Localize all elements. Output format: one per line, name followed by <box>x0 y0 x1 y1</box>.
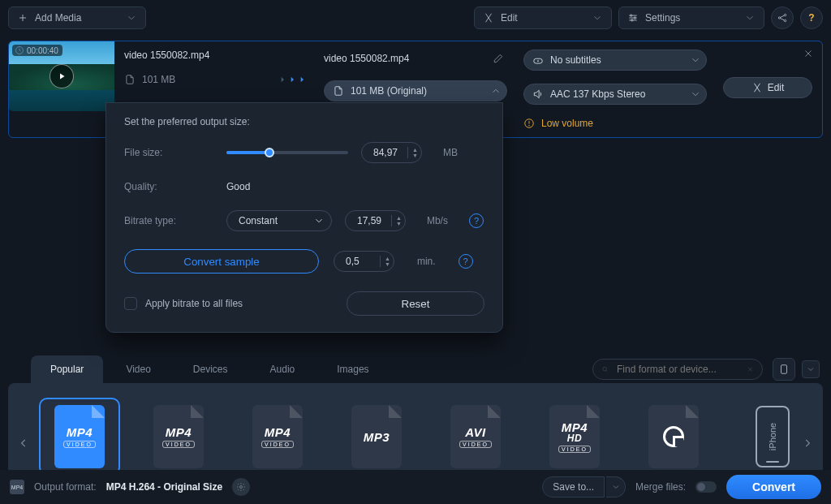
filesize-stepper[interactable]: ▲▼ <box>407 147 418 158</box>
file-icon <box>333 85 344 97</box>
svg-point-10 <box>529 125 530 126</box>
tab-devices[interactable]: Devices <box>174 355 248 383</box>
bitrate-type-select[interactable]: Constant <box>226 210 332 231</box>
chevron-right-icon <box>802 437 813 449</box>
convert-sample-button[interactable]: Convert sample <box>124 249 319 274</box>
tiles-prev-button[interactable] <box>18 437 29 452</box>
audio-select[interactable]: AAC 137 Kbps Stereo <box>523 84 707 105</box>
rename-button[interactable] <box>489 50 507 67</box>
low-volume-warning: Low volume <box>523 118 707 129</box>
svg-point-11 <box>603 367 607 371</box>
share-button[interactable] <box>771 6 794 29</box>
pencil-icon <box>493 53 504 64</box>
sample-help-icon[interactable]: ? <box>459 254 473 269</box>
output-size-chip[interactable]: 101 MB (Original) <box>324 80 507 101</box>
bitrate-help-icon[interactable]: ? <box>469 213 484 228</box>
filesize-input[interactable]: ▲▼ <box>361 142 422 163</box>
chevron-down-icon <box>690 88 701 100</box>
chevron-left-icon <box>18 437 29 449</box>
chevron-down-icon <box>806 364 816 374</box>
help-button[interactable]: ? <box>800 6 823 29</box>
input-size: 101 MB <box>142 74 175 85</box>
output-size-popover: Set the preferred output size: File size… <box>105 102 503 333</box>
svg-point-8 <box>537 61 538 62</box>
duration-badge: 00:00:40 <box>12 45 62 56</box>
subtitles-select[interactable]: No subtitles <box>523 50 707 71</box>
add-media-button[interactable]: Add Media <box>8 6 146 29</box>
bitrate-unit: Mb/s <box>427 215 448 226</box>
tab-popular[interactable]: Popular <box>31 355 103 383</box>
format-search[interactable] <box>592 359 763 380</box>
merge-files-toggle[interactable] <box>695 481 717 493</box>
svg-point-13 <box>240 486 243 489</box>
play-icon <box>57 71 67 81</box>
apply-all-label: Apply bitrate to all files <box>145 298 345 309</box>
tab-images[interactable]: Images <box>317 355 388 383</box>
settings-label: Settings <box>645 12 680 24</box>
svg-rect-12 <box>781 365 787 374</box>
filesize-unit: MB <box>443 147 458 158</box>
convert-arrow-icon <box>280 75 308 84</box>
quality-label: Quality: <box>124 181 213 192</box>
chevron-down-icon <box>592 12 603 24</box>
search-icon <box>601 364 609 374</box>
tab-video[interactable]: Video <box>106 355 170 383</box>
convert-button[interactable]: Convert <box>726 475 821 499</box>
bitrate-type-label: Bitrate type: <box>124 215 213 226</box>
sample-length-stepper[interactable]: ▲▼ <box>380 256 390 267</box>
merge-files-label: Merge files: <box>635 481 686 493</box>
file-icon <box>124 74 136 85</box>
svg-point-4 <box>784 14 786 15</box>
output-format-label: Output format: <box>34 481 97 493</box>
output-format-settings-button[interactable] <box>232 478 250 496</box>
warning-icon <box>523 118 535 129</box>
bottom-bar: MP4 Output format: MP4 H.264 - Original … <box>0 470 831 504</box>
input-filename: video 1550082.mp4 <box>124 50 308 61</box>
question-icon: ? <box>808 12 814 24</box>
tools-icon <box>751 82 763 93</box>
video-thumbnail[interactable]: 00:00:40 <box>9 41 114 111</box>
edit-dropdown[interactable]: Edit <box>474 6 612 29</box>
svg-point-3 <box>778 17 780 19</box>
bitrate-input[interactable]: ▲▼ <box>345 210 406 231</box>
save-to-button[interactable]: Save to... <box>542 476 626 498</box>
output-filename: video 1550082.mp4 <box>324 53 483 64</box>
edit-file-button[interactable]: Edit <box>723 77 812 98</box>
reset-button[interactable]: Reset <box>347 291 484 316</box>
apply-all-checkbox[interactable] <box>124 297 137 310</box>
chevron-down-icon <box>313 215 325 226</box>
sample-length-input[interactable]: ▲▼ <box>334 251 394 272</box>
output-format-icon: MP4 <box>10 480 24 494</box>
clear-search-icon[interactable] <box>747 364 754 374</box>
settings-dropdown[interactable]: Settings <box>618 6 764 29</box>
chevron-down-icon <box>126 12 137 24</box>
tab-audio[interactable]: Audio <box>251 355 315 383</box>
popover-title: Set the preferred output size: <box>124 116 484 127</box>
clock-icon <box>15 45 24 55</box>
tools-icon <box>483 12 494 24</box>
chevron-down-icon <box>690 54 701 66</box>
subtitles-icon <box>532 54 544 66</box>
chevron-up-icon <box>490 85 502 97</box>
play-button[interactable] <box>50 64 74 88</box>
quality-value: Good <box>226 181 250 192</box>
format-search-input[interactable] <box>615 363 740 376</box>
sample-length-unit: min. <box>417 256 436 267</box>
chevron-down-icon <box>611 482 621 492</box>
collapse-panel-button[interactable] <box>802 360 820 378</box>
devices-view-button[interactable] <box>773 358 795 381</box>
speaker-icon <box>532 88 544 100</box>
output-format-value: MP4 H.264 - Original Size <box>106 481 222 493</box>
bitrate-stepper[interactable]: ▲▼ <box>391 215 402 226</box>
filesize-slider[interactable] <box>226 146 348 159</box>
close-icon <box>803 48 814 59</box>
plus-icon <box>17 12 28 24</box>
tiles-next-button[interactable] <box>802 437 813 452</box>
edit-label: Edit <box>501 12 518 24</box>
top-toolbar: Add Media Edit Settings ? <box>0 0 831 36</box>
device-icon <box>778 364 790 375</box>
remove-file-button[interactable] <box>803 48 814 62</box>
add-media-label: Add Media <box>35 12 81 24</box>
share-icon <box>777 12 788 24</box>
format-tabs: PopularVideoDevicesAudioImages <box>0 355 831 383</box>
